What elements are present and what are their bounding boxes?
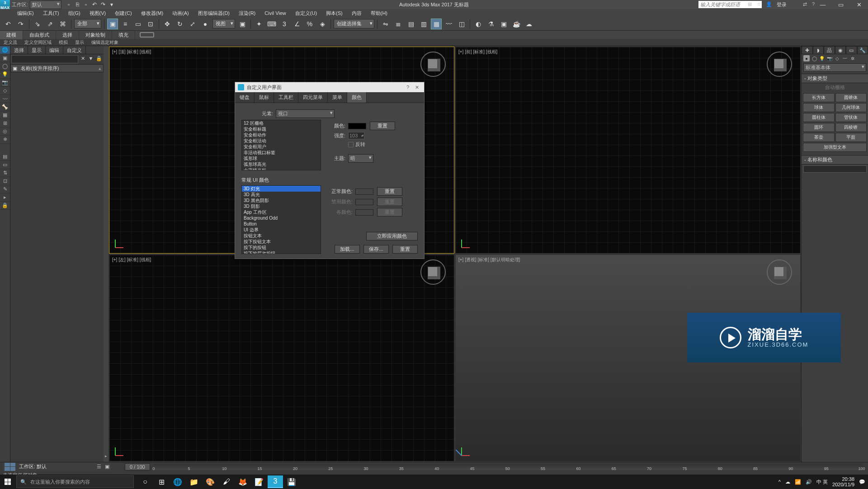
custom-list-item[interactable]: 3D 高光 (242, 192, 321, 197)
panel-resize-handle[interactable]: ▸ (104, 46, 108, 462)
frame-indicator[interactable]: 0 / 100 (125, 463, 150, 470)
app-3-icon[interactable]: 📝 (251, 475, 267, 488)
custom-list-item[interactable]: 按下的按钮 (242, 244, 321, 250)
viewport-front[interactable]: [+] [前] [标准] [线框] (455, 47, 801, 254)
se-tab-select[interactable]: 选择 (10, 46, 28, 54)
move-button[interactable]: ✥ (162, 19, 173, 29)
app-firefox-icon[interactable]: 🦊 (235, 475, 250, 488)
user-icon[interactable]: 👤 (766, 1, 772, 8)
menu-views[interactable]: 视图(V) (86, 9, 110, 18)
tray-volume-icon[interactable]: 🔊 (806, 479, 812, 485)
viewcube[interactable] (767, 52, 792, 77)
se-icon-arrow[interactable]: ▸ (0, 193, 10, 202)
ribbon-sub-3[interactable]: 显示 (71, 39, 88, 46)
schematic-button[interactable]: ◫ (456, 19, 467, 29)
ribbon-sub-2[interactable]: 模拟 (55, 39, 71, 46)
scene-search-input[interactable] (11, 55, 78, 63)
dlg-tab-colors[interactable]: 颜色 (347, 92, 367, 103)
redo-button[interactable]: ↷ (15, 19, 26, 29)
scale-button[interactable]: ⤢ (187, 19, 198, 29)
tray-network-icon[interactable]: 📶 (795, 479, 801, 485)
menu-civil[interactable]: Civil View (261, 9, 289, 17)
search-lock-icon[interactable]: 🔒 (95, 56, 103, 63)
btn-sphere[interactable]: 球体 (803, 103, 835, 112)
tray-notifications-icon[interactable]: 💬 (859, 479, 865, 485)
menu-graph[interactable]: 图形编辑器(D) (194, 9, 233, 18)
dialog-help-button[interactable]: ? (403, 85, 412, 90)
btn-cone[interactable]: 圆锥体 (835, 93, 867, 102)
layer-explorer-button[interactable]: ▥ (418, 19, 429, 29)
workspace-dropdown[interactable]: 默认 (30, 0, 61, 9)
redo-icon[interactable]: ↷ (99, 1, 107, 8)
object-name-input[interactable] (803, 165, 867, 173)
menu-script[interactable]: 脚本(S) (322, 9, 346, 18)
snap-toggle-button[interactable]: 3 (279, 19, 290, 29)
se-icon-cube[interactable]: ▣ (0, 54, 10, 62)
se-tab-edit[interactable]: 编辑 (46, 46, 63, 54)
toggle-ribbon-button[interactable]: ▦ (431, 19, 442, 29)
scene-explorer-list[interactable] (10, 72, 104, 462)
material-editor-button[interactable]: ◐ (473, 19, 484, 29)
select-object-button[interactable]: ▣ (107, 19, 118, 29)
time-slider[interactable]: 0510152025303540455055606570758085909510… (154, 464, 862, 470)
placement-button[interactable]: ● (200, 19, 211, 29)
btn-plane[interactable]: 平面 (835, 133, 867, 142)
app-2-icon[interactable]: 🖌 (219, 475, 234, 488)
named-sel-dropdown[interactable]: 创建选择集 (334, 19, 374, 28)
ribbon-tab-freeform[interactable]: 自由形式 (23, 31, 56, 39)
se-icon-edit[interactable]: ✎ (0, 185, 10, 193)
select-rect-button[interactable]: ▭ (132, 19, 143, 29)
create-subcat-dropdown[interactable]: 标准基本体 (803, 63, 866, 72)
reset-all-button[interactable]: 重置 (392, 245, 418, 254)
se-tab-display[interactable]: 显示 (28, 46, 46, 54)
element-list-item[interactable]: 安全框标题 (242, 126, 321, 132)
render-setup-button[interactable]: ⚗ (486, 19, 496, 29)
se-icon-camera[interactable]: 📷 (0, 79, 10, 87)
ribbon-sub-1[interactable]: 定义空间区域 (21, 39, 55, 46)
rotate-button[interactable]: ↻ (175, 19, 185, 29)
menu-tools[interactable]: 工具(T) (39, 9, 63, 18)
cat-systems-icon[interactable]: ✲ (849, 55, 856, 61)
search-filter-icon[interactable]: ▼ (87, 56, 94, 63)
tray-up-icon[interactable]: ^ (778, 479, 781, 484)
element-list-item[interactable]: 安全框活动 (242, 138, 321, 144)
maximize-button[interactable]: ▭ (832, 0, 850, 9)
save-button[interactable]: 保存... (363, 245, 389, 254)
select-name-button[interactable]: ≡ (120, 19, 131, 29)
save-icon[interactable]: ▫ (82, 1, 90, 8)
grid-icon[interactable]: ⊞ (748, 1, 754, 8)
curve-editor-button[interactable]: 〰 (443, 19, 454, 29)
viewport-label-front[interactable]: [+] [前] [标准] [线框] (458, 49, 497, 55)
se-icon-globe[interactable]: 🌐 (0, 46, 10, 54)
reset-color-button[interactable]: 重置 (370, 122, 395, 130)
bind-button[interactable]: ⌘ (57, 19, 68, 29)
cp-tab-hierarchy[interactable]: 品 (824, 46, 835, 54)
btn-textplus[interactable]: 加强型文本 (803, 143, 867, 152)
reset-normal-button[interactable]: 重置 (377, 187, 402, 196)
unlink-button[interactable]: ⇗ (45, 19, 56, 29)
taskbar-clock[interactable]: 20:38 2020/11/9 (832, 476, 854, 487)
ribbon-tab-selection[interactable]: 选择 (56, 31, 79, 39)
element-list-item[interactable]: 非活动视口标签 (242, 150, 321, 155)
viewport-label-left[interactable]: [+] [左] [标准] [线框] (112, 257, 151, 263)
color-swatch[interactable] (348, 123, 366, 129)
viewport-label-top[interactable]: [+] [顶] [标准] [线框] (112, 49, 151, 55)
btn-pyramid[interactable]: 四棱锥 (835, 123, 867, 132)
cat-shapes-icon[interactable]: ◯ (811, 55, 817, 61)
isolate-icon[interactable]: ▣ (105, 464, 109, 470)
element-list-item[interactable]: 弧形球 (242, 155, 321, 161)
scheme-dropdown[interactable]: 暗 (348, 154, 373, 163)
viewcube[interactable] (420, 52, 446, 77)
mirror-button[interactable]: ⇋ (380, 19, 391, 29)
apply-all-button[interactable]: 立即应用颜色 (366, 232, 418, 240)
se-icon-helper[interactable]: ◇ (0, 87, 10, 95)
app-3dsmax-icon[interactable]: 3 (268, 475, 283, 488)
ribbon-tab-modeling[interactable]: 建模 (0, 31, 23, 39)
dialog-title-bar[interactable]: 自定义用户界面 ? ✕ (235, 82, 424, 92)
load-button[interactable]: 加载... (335, 245, 360, 254)
se-icon-children[interactable]: ⊡ (0, 177, 10, 185)
link-button[interactable]: ⇘ (32, 19, 43, 29)
se-icon-xref[interactable]: ⊞ (0, 119, 10, 127)
angle-snap-button[interactable]: ∠ (292, 19, 302, 29)
menu-animation[interactable]: 动画(A) (169, 9, 193, 18)
